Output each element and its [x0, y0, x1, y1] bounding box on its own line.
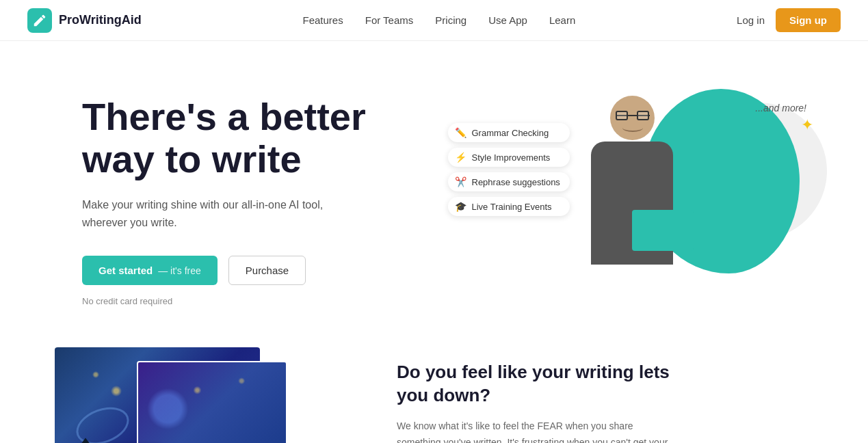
badge-rephrase-label: Rephrase suggestions	[472, 177, 560, 187]
badge-grammar: ✏️ Grammar Checking	[448, 123, 570, 142]
glasses-right	[637, 111, 649, 120]
person-smile	[622, 124, 643, 132]
painting-overlay	[137, 361, 287, 443]
hero-left: There's a better way to write Make your …	[82, 82, 448, 306]
painting-mockup: My idea in my head	[55, 347, 287, 443]
badge-rephrase: ✂️ Rephrase suggestions	[448, 172, 570, 191]
swirl-decoration	[71, 401, 134, 443]
free-label: — it's free	[158, 265, 201, 276]
bottom-section: My idea in my head Do you feel like your…	[0, 334, 868, 443]
nav-actions: Log in Sign up	[737, 8, 841, 32]
badge-grammar-label: Grammar Checking	[472, 128, 549, 138]
badge-style-label: Style Improvements	[472, 152, 551, 163]
glasses-left	[616, 111, 628, 120]
person-body	[591, 142, 673, 265]
nav-links: Features For Teams Pricing Use App Learn	[303, 14, 576, 27]
pen-icon	[32, 13, 47, 28]
and-more-label: ...and more!	[755, 103, 806, 113]
star-decoration: ✦	[801, 116, 813, 134]
no-credit-text: No credit card required	[82, 296, 448, 306]
purchase-button[interactable]: Purchase	[228, 256, 306, 285]
person-head	[610, 96, 655, 140]
badge-style: ⚡ Style Improvements	[448, 148, 570, 167]
signup-button[interactable]: Sign up	[776, 8, 841, 32]
logo-icon	[27, 8, 52, 33]
grammar-icon: ✏️	[455, 127, 466, 138]
nav-for-teams[interactable]: For Teams	[365, 14, 414, 26]
hero-section: There's a better way to write Make your …	[0, 41, 868, 334]
training-icon: 🎓	[455, 201, 466, 212]
laptop	[632, 210, 694, 251]
section-title: Do you feel like your writing lets you d…	[397, 361, 670, 407]
brand-name: ProWritingAid	[59, 13, 142, 27]
person-head-area	[610, 96, 692, 265]
rephrase-icon: ✂️	[455, 176, 466, 187]
nav-use-app[interactable]: Use App	[488, 14, 527, 26]
get-started-button[interactable]: Get started — it's free	[82, 256, 218, 285]
nav-pricing[interactable]: Pricing	[435, 14, 466, 26]
painting-area: My idea in my head	[55, 347, 342, 443]
badge-training-label: Live Training Events	[472, 202, 552, 212]
hero-title-line1: There's a better	[82, 95, 366, 138]
style-icon: ⚡	[455, 152, 466, 163]
logo[interactable]: ProWritingAid	[27, 8, 142, 33]
nav-learn[interactable]: Learn	[549, 14, 575, 26]
feature-badges-list: ✏️ Grammar Checking ⚡ Style Improvements…	[448, 123, 570, 216]
hero-right: ✏️ Grammar Checking ⚡ Style Improvements…	[448, 82, 814, 301]
login-button[interactable]: Log in	[737, 14, 765, 26]
hero-subtitle: Make your writing shine with our all-in-…	[82, 196, 356, 231]
nav-features[interactable]: Features	[303, 14, 343, 26]
badge-training: 🎓 Live Training Events	[448, 197, 570, 216]
get-started-label: Get started	[98, 265, 153, 276]
navbar: ProWritingAid Features For Teams Pricing…	[0, 0, 868, 41]
section-description: We know what it's like to feel the FEAR …	[397, 418, 670, 443]
hero-buttons: Get started — it's free Purchase	[82, 256, 448, 285]
hero-title-line2: way to write	[82, 137, 302, 180]
hero-title: There's a better way to write	[82, 96, 448, 180]
bottom-right-content: Do you feel like your writing lets you d…	[397, 347, 670, 443]
